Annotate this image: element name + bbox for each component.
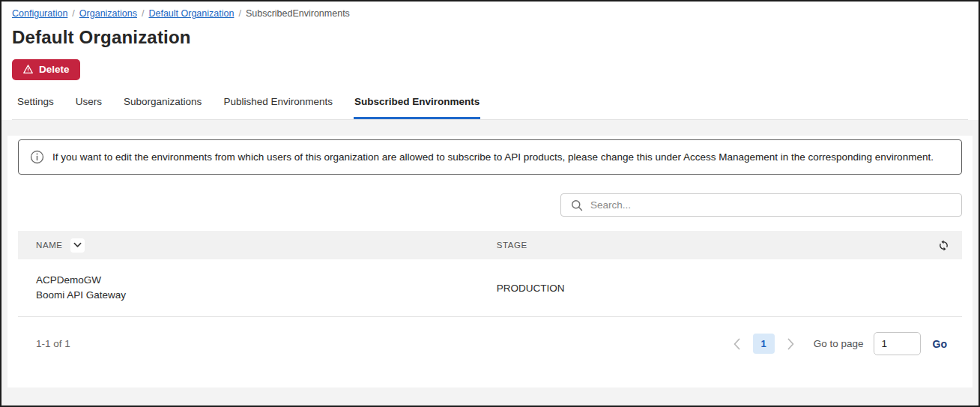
breadcrumb-subscribed-environments: SubscribedEnvironments: [246, 8, 350, 19]
search-box[interactable]: [560, 193, 962, 217]
page-header: Configuration / Organizations / Default …: [1, 1, 979, 120]
tab-users[interactable]: Users: [75, 93, 103, 119]
subscribed-environments-panel: If you want to edit the environments fro…: [7, 136, 973, 388]
breadcrumb-default-organization[interactable]: Default Organization: [148, 8, 234, 19]
tab-subscribed-environments[interactable]: Subscribed Environments: [354, 93, 480, 119]
go-to-page-label: Go to page: [814, 338, 864, 349]
column-header-name: NAME: [36, 241, 63, 250]
environments-table: NAME STAGE: [18, 231, 962, 370]
warning-triangle-icon: [22, 64, 34, 75]
tab-published-environments[interactable]: Published Environments: [223, 93, 333, 119]
info-icon: [30, 148, 44, 164]
table-header-row: NAME STAGE: [18, 231, 962, 259]
table-row[interactable]: ACPDemoGW Boomi API Gateway PRODUCTION: [18, 259, 962, 317]
go-to-page-input[interactable]: [874, 332, 921, 355]
environment-name: ACPDemoGW: [36, 273, 126, 288]
chevron-down-icon: [73, 242, 82, 248]
pagination: 1 Go to page Go: [731, 332, 947, 355]
refresh-icon: [937, 239, 950, 252]
page-number-button[interactable]: 1: [753, 334, 775, 354]
breadcrumb-organizations[interactable]: Organizations: [79, 8, 137, 19]
tab-settings[interactable]: Settings: [16, 93, 55, 119]
search-row: [18, 193, 962, 217]
breadcrumb: Configuration / Organizations / Default …: [12, 8, 968, 19]
next-page-button[interactable]: [784, 337, 797, 352]
delete-button[interactable]: Delete: [12, 59, 80, 80]
results-summary: 1-1 of 1: [36, 338, 70, 349]
breadcrumb-configuration[interactable]: Configuration: [12, 8, 67, 19]
previous-page-button[interactable]: [731, 337, 743, 352]
info-banner-text: If you want to edit the environments fro…: [52, 148, 934, 166]
info-banner: If you want to edit the environments fro…: [18, 139, 962, 175]
table-footer: 1-1 of 1 1: [18, 317, 962, 370]
page-title: Default Organization: [12, 27, 968, 48]
go-button[interactable]: Go: [933, 338, 947, 350]
search-icon: [570, 199, 584, 212]
tab-suborganizations[interactable]: Suborganizations: [123, 93, 202, 119]
chevron-right-icon: [787, 338, 794, 350]
search-input[interactable]: [590, 199, 952, 211]
environment-stage: PRODUCTION: [497, 283, 935, 294]
column-header-stage: STAGE: [497, 241, 935, 250]
breadcrumb-separator: /: [238, 8, 241, 19]
breadcrumb-separator: /: [72, 8, 74, 19]
refresh-button[interactable]: [935, 237, 952, 253]
sort-name-button[interactable]: [70, 238, 85, 253]
breadcrumb-separator: /: [142, 8, 144, 19]
environment-gateway: Boomi API Gateway: [36, 288, 126, 303]
content-area: If you want to edit the environments fro…: [1, 120, 979, 388]
delete-button-label: Delete: [39, 64, 70, 75]
tab-bar: Settings Users Suborganizations Publishe…: [12, 93, 968, 120]
chevron-left-icon: [734, 338, 740, 350]
